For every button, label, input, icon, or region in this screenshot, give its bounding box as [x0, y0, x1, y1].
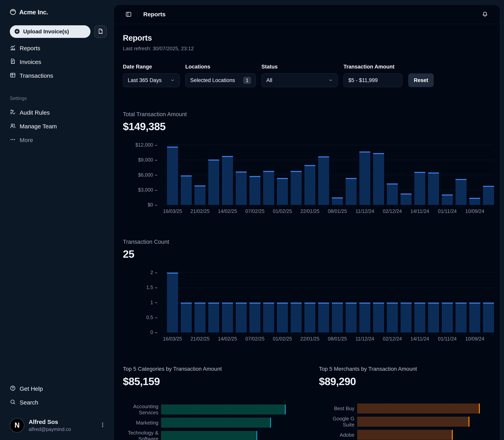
reset-button[interactable]: Reset: [408, 73, 434, 87]
sidebar-item-get-help[interactable]: Get Help: [10, 382, 107, 396]
y-axis-tick: 2: [123, 270, 157, 275]
transaction-count-title: Transaction Count: [123, 239, 496, 245]
x-axis-tick: 21/02/25: [190, 336, 209, 342]
status-select[interactable]: All: [261, 73, 338, 87]
filters-row: Date Range Last 365 Days Locations Selec…: [123, 64, 496, 87]
total-amount-title: Total Transaction Amount: [123, 111, 496, 118]
top-merchants-chart: Best BuyGoogle G SuiteAdobeUSPS: [319, 403, 496, 440]
date-range-select[interactable]: Last 365 Days: [123, 73, 180, 87]
x-axis-tick: 08/01/25: [328, 208, 347, 214]
sidebar-section-settings: Settings: [10, 96, 107, 101]
bar: [222, 302, 233, 333]
bar: [236, 172, 247, 205]
transaction-count-value: 25: [123, 248, 496, 260]
bar: [304, 165, 315, 205]
table-icon: [10, 72, 16, 80]
sidebar-item-search[interactable]: Search: [10, 396, 107, 409]
sidebar-item-reports[interactable]: Reports: [10, 41, 107, 55]
x-axis-tick: 10/09/24: [465, 208, 484, 214]
bar: [414, 302, 425, 333]
upload-invoices-button[interactable]: Upload Invoice(s): [10, 25, 91, 38]
quick-upload-receipt-button[interactable]: [94, 25, 107, 38]
bell-icon[interactable]: [481, 10, 489, 18]
y-axis-tick: 0.5: [123, 315, 157, 320]
sidebar-item-label: Invoices: [20, 59, 41, 65]
h-bar-track: [161, 418, 300, 428]
h-bar: [357, 430, 453, 440]
x-axis-tick: 16/03/25: [163, 208, 182, 214]
panel-left-icon[interactable]: [125, 10, 133, 18]
x-axis-tick: 14/02/25: [218, 208, 237, 214]
x-axis-tick: 01/02/25: [273, 336, 292, 342]
h-bar-label: Accounting Services: [123, 403, 161, 415]
sidebar-item-audit-rules[interactable]: AgAudit Rules: [10, 106, 107, 120]
main-panel: Reports Reports Last refresh: 30/07/2025…: [114, 5, 500, 440]
y-axis-tick: $12,000: [123, 142, 157, 148]
bar: [373, 153, 384, 205]
x-axis-tick: 01/11/24: [438, 336, 457, 342]
filter-status: Status All: [261, 64, 338, 87]
x-axis-tick: 21/02/25: [190, 208, 209, 214]
bar: [346, 302, 357, 333]
h-bar-label: Technology & Software: [123, 430, 161, 440]
h-bar-track: [161, 431, 300, 440]
receipt-icon: [97, 28, 103, 35]
audit-rules-icon: Ag: [10, 109, 16, 116]
bar: [332, 197, 343, 205]
bar: [167, 147, 178, 205]
h-bar-track: [161, 404, 300, 414]
bar: [236, 302, 247, 333]
invoice-icon: [10, 58, 16, 66]
top-categories-chart: Accounting ServicesMarketingTechnology &…: [123, 403, 300, 440]
bar: [442, 194, 453, 205]
avatar[interactable]: N: [10, 418, 24, 433]
bar: [428, 302, 439, 333]
kebab-icon[interactable]: [98, 421, 107, 430]
top-merchants-value: $89,290: [319, 375, 496, 387]
y-axis-tick: 1.5: [123, 285, 157, 290]
transaction-amount-label: Transaction Amount: [343, 64, 402, 70]
h-bar-track: [357, 430, 496, 440]
sidebar-item-label: Audit Rules: [20, 109, 50, 116]
top-merchants-card: Top 5 Merchants by Transaction Amount $8…: [319, 366, 496, 440]
user-email: alfred@paymind.co: [29, 426, 94, 432]
x-axis-tick: 07/02/25: [245, 208, 264, 214]
bar: [208, 302, 219, 333]
x-axis-tick: 02/12/24: [383, 208, 402, 214]
bar: [359, 302, 370, 333]
bar: [194, 302, 205, 333]
bar: [291, 171, 302, 205]
h-bar: [161, 418, 271, 428]
bar: [456, 179, 466, 205]
bar: [249, 302, 260, 333]
sidebar-item-invoices[interactable]: Invoices: [10, 55, 107, 69]
sidebar-item-manage-team[interactable]: Manage Team: [10, 120, 107, 133]
bar: [442, 302, 453, 333]
h-bar-label: Adobe: [319, 432, 357, 438]
bar: [277, 302, 288, 333]
filter-locations: Locations Selected Locations 1: [185, 64, 256, 87]
sidebar-item-label: Search: [20, 399, 38, 406]
bar: [401, 193, 411, 205]
filter-date-range: Date Range Last 365 Days: [123, 64, 180, 87]
page-title: Reports: [123, 34, 496, 42]
locations-select[interactable]: Selected Locations 1: [185, 73, 256, 87]
bar: [387, 183, 398, 205]
last-refresh: Last refresh: 30/07/2025, 23:12: [123, 45, 496, 52]
sidebar: Acme Inc. Upload Invoice(s) ReportsInvoi…: [0, 0, 114, 440]
h-bar-row: Accounting Services: [123, 403, 300, 415]
bar: [373, 302, 384, 333]
y-axis-tick: 1: [123, 300, 157, 305]
sidebar-item-more[interactable]: More: [10, 133, 107, 147]
ellipsis-icon: [10, 137, 16, 144]
x-axis-tick: 11/12/24: [355, 208, 374, 214]
svg-text:Ag: Ag: [10, 109, 14, 112]
bar: [194, 185, 205, 205]
sidebar-item-transactions[interactable]: Transactions: [10, 69, 107, 82]
bar: [291, 302, 302, 333]
bars: [167, 145, 494, 205]
bar-chart-icon: [10, 45, 16, 52]
transaction-amount-input[interactable]: $5 - $11,999: [343, 73, 402, 87]
locations-label: Locations: [185, 64, 256, 70]
bar: [428, 173, 439, 205]
